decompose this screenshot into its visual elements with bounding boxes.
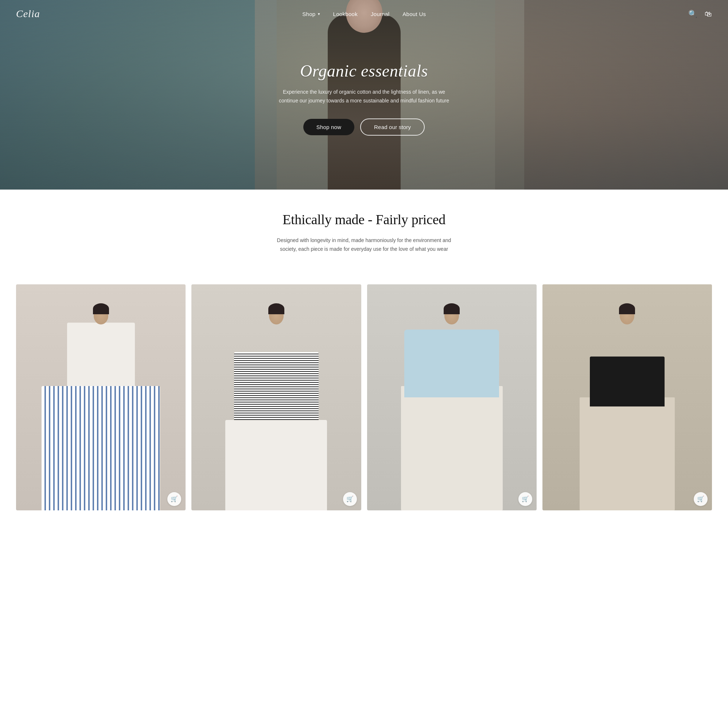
product-image-1 (16, 284, 185, 510)
product-person-head-1 (94, 307, 108, 324)
search-button[interactable]: 🔍 (688, 10, 697, 17)
nav-link-shop[interactable]: Shop (302, 11, 315, 17)
nav-shop-wrapper: Shop ▾ (302, 11, 320, 17)
hero-section: Organic essentials Experience the luxury… (0, 0, 728, 190)
hero-title: Organic essentials (300, 61, 428, 81)
add-to-cart-button-2[interactable]: 🛒 (343, 492, 357, 506)
add-to-cart-button-1[interactable]: 🛒 (167, 492, 181, 506)
section-title: Ethically made - Fairly priced (16, 211, 712, 228)
cart-button[interactable]: 🛍 (705, 10, 712, 17)
section-subtitle: Designed with longevity in mind, made ha… (277, 236, 452, 254)
add-to-cart-button-3[interactable]: 🛒 (518, 492, 532, 506)
chevron-down-icon: ▾ (318, 12, 320, 17)
nav-icons: 🔍 🛍 (688, 10, 712, 17)
search-icon: 🔍 (688, 10, 697, 18)
hero-buttons: Shop now Read our story (303, 118, 425, 136)
nav-link-lookbook[interactable]: Lookbook (333, 11, 358, 17)
cart-small-icon-3: 🛒 (522, 496, 529, 502)
add-to-cart-button-4[interactable]: 🛒 (694, 492, 708, 506)
nav-links: Shop ▾ Lookbook Journal About Us (302, 11, 426, 17)
cart-small-icon-4: 🛒 (697, 496, 704, 502)
product-image-3 (367, 284, 537, 510)
brand-logo[interactable]: Celia (16, 8, 40, 20)
cart-icon: 🛍 (705, 10, 712, 18)
product-image-4 (543, 284, 712, 510)
cart-small-icon-2: 🛒 (346, 496, 353, 502)
nav-link-about[interactable]: About Us (402, 11, 426, 17)
product-image-2 (191, 284, 361, 510)
product-person-head-3 (444, 307, 459, 324)
product-card[interactable]: 🛒 (191, 284, 361, 510)
product-card[interactable]: 🛒 (367, 284, 537, 510)
product-card[interactable]: 🛒 (543, 284, 712, 510)
nav-link-journal[interactable]: Journal (371, 11, 389, 17)
navigation: Celia Shop ▾ Lookbook Journal About Us 🔍… (0, 0, 728, 28)
main-section: Ethically made - Fairly priced Designed … (0, 190, 728, 284)
product-card[interactable]: 🛒 (16, 284, 185, 510)
cart-small-icon-1: 🛒 (171, 496, 178, 502)
hero-content: Organic essentials Experience the luxury… (0, 0, 728, 190)
product-grid: 🛒 🛒 🛒 🛒 (0, 284, 728, 532)
product-person-head-4 (620, 307, 634, 324)
hero-subtitle: Experience the luxury of organic cotton … (277, 88, 452, 106)
read-our-story-button[interactable]: Read our story (360, 118, 425, 136)
shop-now-button[interactable]: Shop now (303, 119, 354, 135)
product-person-head-2 (269, 307, 284, 324)
